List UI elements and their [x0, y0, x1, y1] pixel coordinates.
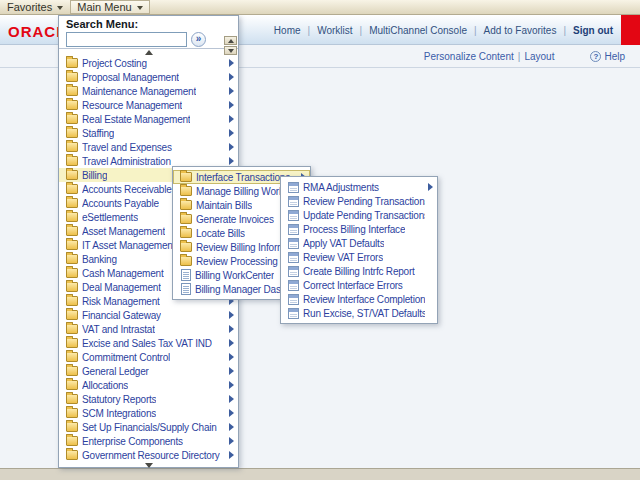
- menu-item-apply-vat-defaults[interactable]: Apply VAT Defaults: [281, 236, 437, 250]
- menu-item-label: Accounts Payable: [82, 198, 159, 209]
- search-menu-label: Search Menu:: [59, 16, 238, 30]
- menu-item-label: Maintenance Management: [82, 86, 196, 97]
- menu-item-rma-adjustments[interactable]: RMA Adjustments: [281, 180, 437, 194]
- page-icon: [288, 210, 299, 221]
- submenu-arrow-icon: [229, 367, 234, 375]
- menu-item-maintenance-management[interactable]: Maintenance Management: [59, 84, 238, 98]
- menu-item-label: Travel Administration: [82, 156, 171, 167]
- menu-item-label: eSettlements: [82, 212, 138, 223]
- menu-item-label: Asset Management: [82, 226, 165, 237]
- folder-icon: [66, 142, 78, 152]
- menu-item-review-vat-errors[interactable]: Review VAT Errors: [281, 250, 437, 264]
- folder-icon: [66, 240, 78, 250]
- nav-separator: |: [563, 25, 566, 36]
- menu-item-resource-management[interactable]: Resource Management: [59, 98, 238, 112]
- menu-item-general-ledger[interactable]: General Ledger: [59, 364, 238, 378]
- menu-item-label: Deal Management: [82, 282, 161, 293]
- menu-scroll-down-button[interactable]: [224, 46, 237, 55]
- search-menu-input[interactable]: [66, 32, 187, 47]
- menu-item-process-billing-interface[interactable]: Process Billing Interface: [281, 222, 437, 236]
- menu-item-travel-and-expenses[interactable]: Travel and Expenses: [59, 140, 238, 154]
- menu-item-project-costing[interactable]: Project Costing: [59, 56, 238, 70]
- menu-item-staffing[interactable]: Staffing: [59, 126, 238, 140]
- tool-separator: |: [518, 51, 521, 62]
- folder-icon: [180, 256, 192, 266]
- folder-icon: [66, 324, 78, 334]
- submenu-arrow-icon: [229, 325, 234, 333]
- menu-item-update-pending-transactions[interactable]: Update Pending Transactions: [281, 208, 437, 222]
- menu-scroll-up-indicator[interactable]: [59, 49, 238, 56]
- menu-item-vat-and-intrastat[interactable]: VAT and Intrastat: [59, 322, 238, 336]
- menu-item-label: Locate Bills: [196, 228, 245, 239]
- menu-item-statutory-reports[interactable]: Statutory Reports: [59, 392, 238, 406]
- menu-item-excise-and-sales-tax-vat-ind[interactable]: Excise and Sales Tax VAT IND: [59, 336, 238, 350]
- menu-item-correct-interface-errors[interactable]: Correct Interface Errors: [281, 278, 437, 292]
- folder-icon: [66, 394, 78, 404]
- main-menu-label: Main Menu: [77, 1, 131, 13]
- sign-out-link[interactable]: Sign out: [573, 25, 613, 36]
- menu-item-label: Apply VAT Defaults: [303, 238, 384, 249]
- personalize-content-link[interactable]: Personalize Content: [424, 51, 514, 62]
- menu-item-enterprise-components[interactable]: Enterprise Components: [59, 434, 238, 448]
- nav-worklist-link[interactable]: Worklist: [317, 25, 352, 36]
- menu-item-label: Set Up Financials/Supply Chain: [82, 422, 217, 433]
- status-strip: [0, 468, 640, 480]
- submenu-arrow-icon: [229, 381, 234, 389]
- menu-item-label: Project Costing: [82, 58, 147, 69]
- menu-item-review-interface-completions[interactable]: Review Interface Completions: [281, 292, 437, 306]
- caret-down-icon: [57, 6, 63, 10]
- menu-item-label: Review Interface Completions: [303, 294, 425, 305]
- menu-item-set-up-financials-supply-chain[interactable]: Set Up Financials/Supply Chain: [59, 420, 238, 434]
- folder-icon: [66, 310, 78, 320]
- menu-item-financial-gateway[interactable]: Financial Gateway: [59, 308, 238, 322]
- search-go-button[interactable]: »: [191, 32, 206, 47]
- nav-add-to-favorites-link[interactable]: Add to Favorites: [484, 25, 557, 36]
- folder-icon: [66, 296, 78, 306]
- menu-item-label: Allocations: [82, 380, 128, 391]
- nav-home-link[interactable]: Home: [274, 25, 301, 36]
- menu-item-label: Statutory Reports: [82, 394, 156, 405]
- folder-icon: [66, 86, 78, 96]
- menu-item-label: Create Billing Intrfc Report: [303, 266, 415, 277]
- doc-icon: [181, 269, 191, 281]
- submenu-arrow-icon: [229, 73, 234, 81]
- header-nav: Home | Worklist | MultiChannel Console |…: [274, 15, 613, 45]
- page-icon: [288, 280, 299, 291]
- help-link[interactable]: ? Help: [590, 51, 625, 62]
- menu-item-real-estate-management[interactable]: Real Estate Management: [59, 112, 238, 126]
- menu-item-create-billing-intrfc-report[interactable]: Create Billing Intrfc Report: [281, 264, 437, 278]
- menu-item-label: Review Pending Transactions: [303, 196, 425, 207]
- menu-item-proposal-management[interactable]: Proposal Management: [59, 70, 238, 84]
- menu-item-label: General Ledger: [82, 366, 149, 377]
- menu-item-review-pending-transactions[interactable]: Review Pending Transactions: [281, 194, 437, 208]
- nav-multichannel-console-link[interactable]: MultiChannel Console: [369, 25, 467, 36]
- peoplesoft-application-window: ORACLE Home | Worklist | MultiChannel Co…: [0, 0, 640, 480]
- folder-icon: [66, 436, 78, 446]
- menu-item-label: Banking: [82, 254, 117, 265]
- menu-item-run-excise-st-vat-defaults[interactable]: Run Excise, ST/VAT Defaults: [281, 306, 437, 320]
- menu-item-label: Interface Transactions: [196, 172, 290, 183]
- submenu-arrow-icon: [229, 451, 234, 459]
- favorites-menu[interactable]: Favorites: [0, 0, 70, 14]
- folder-icon: [66, 128, 78, 138]
- main-menu[interactable]: Main Menu: [70, 0, 149, 14]
- folder-icon: [66, 58, 78, 68]
- menu-item-allocations[interactable]: Allocations: [59, 378, 238, 392]
- folder-icon: [66, 366, 78, 376]
- folder-icon: [180, 172, 192, 182]
- menu-item-scm-integrations[interactable]: SCM Integrations: [59, 406, 238, 420]
- menu-item-commitment-control[interactable]: Commitment Control: [59, 350, 238, 364]
- folder-icon: [180, 242, 192, 252]
- page-icon: [288, 196, 299, 207]
- menu-item-government-resource-directory[interactable]: Government Resource Directory: [59, 448, 238, 462]
- folder-icon: [66, 198, 78, 208]
- layout-link[interactable]: Layout: [524, 51, 554, 62]
- menu-scroll-down-indicator[interactable]: [59, 462, 238, 469]
- menu-scroll-up-button[interactable]: [224, 36, 237, 45]
- menu-item-label: Correct Interface Errors: [303, 280, 403, 291]
- submenu-arrow-icon: [229, 87, 234, 95]
- submenu-arrow-icon: [229, 437, 234, 445]
- folder-icon: [66, 156, 78, 166]
- folder-icon: [66, 408, 78, 418]
- triangle-up-icon: [145, 50, 153, 55]
